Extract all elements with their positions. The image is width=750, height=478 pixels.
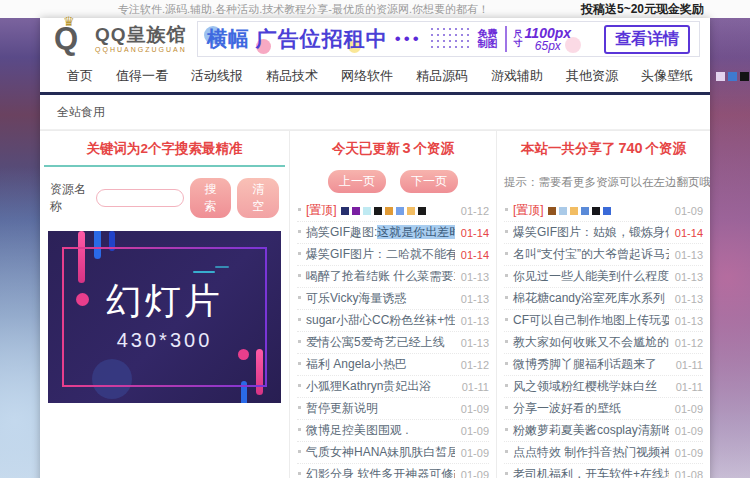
nav-tech[interactable]: 精品技术 <box>266 67 318 85</box>
nav-game-assist[interactable]: 游戏辅助 <box>491 67 543 85</box>
item-title[interactable]: CF可以自己制作地图上传玩耍了 <box>504 312 669 329</box>
selected-text: 这就是你出差时 <box>377 225 455 239</box>
banner-height: 65px <box>525 40 571 52</box>
main-nav: 首页 值得一看 活动线报 精品技术 网络软件 精品源码 游戏辅助 其他资源 头像… <box>40 60 710 95</box>
nav-other-resources[interactable]: 其他资源 <box>566 67 618 85</box>
list-item[interactable]: 爱情公寓5爱奇艺已经上线01-13 <box>297 332 489 354</box>
item-date: 01-12 <box>675 337 703 349</box>
pinned-row[interactable]: [置顶] 01-12 <box>297 200 489 222</box>
list-item[interactable]: sugar小甜心CC粉色丝袜+性感内衣01-13 <box>297 310 489 332</box>
list-item[interactable]: 点点特效 制作抖音热门视频神器01-09 <box>504 442 703 464</box>
list-item[interactable]: 粉嫩萝莉夏美酱cosplay清新唯美户外...01-09 <box>504 420 703 442</box>
list-item[interactable]: 幻影分身 软件多开神器可修改定位01-09 <box>297 464 489 478</box>
item-title[interactable]: 爆笑GIF图片：姑娘，锻炼身体可以，... <box>504 224 669 241</box>
main-container: ♛ Q QQ皇族馆 QQHUANGZUGUAN 横幅 广告位招租中 ••• 免费… <box>40 18 710 478</box>
left-column: 关键词为2个字搜索最精准 资源名称 搜索 清空 幻灯片 <box>40 131 290 478</box>
nav-color-squares <box>716 72 750 81</box>
logo-q-mark: ♛ Q <box>54 22 88 56</box>
list-item[interactable]: 风之领域粉红樱桃学妹白丝01-11 <box>504 376 703 398</box>
list-item[interactable]: CF可以自己制作地图上传玩耍了01-13 <box>504 310 703 332</box>
today-count: 3 <box>402 140 410 156</box>
nav-activities[interactable]: 活动线报 <box>191 67 243 85</box>
item-title[interactable]: 风之领域粉红樱桃学妹白丝 <box>504 378 670 395</box>
item-title[interactable]: 分享一波好看的壁纸 <box>504 400 669 417</box>
banner-title: 广告位招租中 <box>256 25 388 53</box>
list-item[interactable]: 微博足控美图围观 .01-09 <box>297 420 489 442</box>
sitewide-label: 全站食用 <box>40 95 710 130</box>
item-title[interactable]: 名叫“支付宝”的大爷曾起诉马云，现... <box>504 246 669 263</box>
item-title[interactable]: 爆笑GIF图片：二哈就不能有少女心？ <box>297 246 455 263</box>
site-slogan: 专注软件.源码.辅助.各种活动.技术教程分享-最优质的资源网.你想要的都有！ <box>118 2 489 17</box>
site-name-pinyin: QQHUANGZUGUAN <box>95 46 187 53</box>
pinned-tag: [置顶] <box>513 203 544 217</box>
item-date: 01-11 <box>676 359 703 371</box>
free-design-label: 免费 制图 <box>478 29 498 49</box>
item-title[interactable]: 福利 Angela小热巴 <box>297 356 455 373</box>
list-item[interactable]: 微博秀脚丫腿福利话题来了01-11 <box>504 354 703 376</box>
list-item[interactable]: 爆笑GIF图片：姑娘，锻炼身体可以，...01-14 <box>504 222 703 244</box>
item-date: 01-13 <box>461 271 489 283</box>
list-item[interactable]: 搞笑GIF趣图:这就是你出差时，你老婆... 01-14 <box>297 222 489 244</box>
list-item[interactable]: 教大家如何收账又不会尴尬的套路01-12 <box>504 332 703 354</box>
list-item[interactable]: 气质女神HANA妹肌肤白皙居家撩人性...01-09 <box>297 442 489 464</box>
list-item[interactable]: 分享一波好看的壁纸01-09 <box>504 398 703 420</box>
banner-size-spec: 尺寸 1100px 65px <box>514 27 571 52</box>
next-page-button[interactable]: 下一页 <box>400 170 458 193</box>
item-title[interactable]: 小狐狸Kathryn贵妃出浴 <box>297 378 456 395</box>
item-date: 01-13 <box>461 337 489 349</box>
list-item[interactable]: 暂停更新说明01-09 <box>297 398 489 420</box>
banner-ad[interactable]: 横幅 广告位招租中 ••• 免费 制图 尺寸 1100px 65px 查看详情 <box>197 21 700 57</box>
list-item[interactable]: 你见过一些人能美到什么程度？01-13 <box>504 266 703 288</box>
banner-divider <box>505 26 507 52</box>
item-title[interactable]: sugar小甜心CC粉色丝袜+性感内衣 <box>297 312 455 329</box>
item-title[interactable]: 你见过一些人能美到什么程度？ <box>504 268 669 285</box>
site-logo[interactable]: ♛ Q QQ皇族馆 QQHUANGZUGUAN <box>54 22 187 56</box>
list-item[interactable]: 老司机福利，开车软件+在线地址01-08 <box>504 464 703 478</box>
total-shared-title: 本站一共分享了740个资源 <box>504 131 703 165</box>
item-title[interactable]: 微博足控美图围观 . <box>297 422 455 439</box>
list-item[interactable]: 小狐狸Kathryn贵妃出浴01-11 <box>297 376 489 398</box>
site-name: QQ皇族馆 <box>95 25 187 44</box>
list-item[interactable]: 福利 Angela小热巴01-12 <box>297 354 489 376</box>
nav-software[interactable]: 网络软件 <box>341 67 393 85</box>
item-title[interactable]: 暂停更新说明 <box>297 400 455 417</box>
list-item[interactable]: 喝醉了抢着结账 什么菜需要15万01-13 <box>297 266 489 288</box>
item-title[interactable]: 棉花糖candy浴室死库水系列 <box>504 290 669 307</box>
prev-page-button[interactable]: 上一页 <box>328 170 386 193</box>
item-title[interactable]: 微博秀脚丫腿福利话题来了 <box>504 356 670 373</box>
banner-title-accent: 横幅 <box>207 25 249 53</box>
item-title[interactable]: 粉嫩萝莉夏美酱cosplay清新唯美户外... <box>504 422 669 439</box>
search-hint-title: 关键词为2个字搜索最精准 <box>42 131 287 165</box>
total-count: 740 <box>618 140 642 156</box>
pinned-tag: [置顶] <box>306 203 337 217</box>
banner-width: 1100px <box>525 27 571 40</box>
list-item[interactable]: 名叫“支付宝”的大爷曾起诉马云，现...01-13 <box>504 244 703 266</box>
list-item[interactable]: 爆笑GIF图片：二哈就不能有少女心？01-14 <box>297 244 489 266</box>
item-title[interactable]: 老司机福利，开车软件+在线地址 <box>504 466 669 478</box>
item-title[interactable]: 可乐Vicky海量诱惑 <box>297 290 455 307</box>
list-item[interactable]: 可乐Vicky海量诱惑01-13 <box>297 288 489 310</box>
pinned-row[interactable]: [置顶] 01-09 <box>504 200 703 222</box>
item-date: 01-13 <box>675 315 703 327</box>
item-title[interactable]: 气质女神HANA妹肌肤白皙居家撩人性... <box>297 444 455 461</box>
item-title[interactable]: 喝醉了抢着结账 什么菜需要15万 <box>297 268 455 285</box>
view-details-button[interactable]: 查看详情 <box>604 25 690 54</box>
search-button[interactable]: 搜索 <box>190 178 232 218</box>
item-date: 01-08 <box>675 469 703 478</box>
item-title[interactable]: 教大家如何收账又不会尴尬的套路 <box>504 334 669 351</box>
list-item[interactable]: 棉花糖candy浴室死库水系列01-13 <box>504 288 703 310</box>
search-input[interactable] <box>96 189 184 207</box>
item-title[interactable]: 点点特效 制作抖音热门视频神器 <box>504 444 669 461</box>
paging-tip: 提示：需要看更多资源可以在左边翻页哦 <box>504 165 703 200</box>
nav-source-code[interactable]: 精品源码 <box>416 67 468 85</box>
item-title[interactable]: 搞笑GIF趣图:这就是你出差时，你老婆... <box>297 224 455 241</box>
nav-avatars-wallpapers[interactable]: 头像壁纸 <box>641 67 693 85</box>
item-title[interactable]: 爱情公寓5爱奇艺已经上线 <box>297 334 455 351</box>
middle-column: 今天已更新3个资源 上一页 下一页 [置顶] 01-12 搞笑GIF趣图:这就是… <box>290 131 497 478</box>
nav-worth-a-look[interactable]: 值得一看 <box>116 67 168 85</box>
item-title[interactable]: 幻影分身 软件多开神器可修改定位 <box>297 466 455 478</box>
slideshow-placeholder[interactable]: 幻灯片 430*300 <box>48 231 281 403</box>
clear-button[interactable]: 清空 <box>237 178 279 218</box>
site-header: ♛ Q QQ皇族馆 QQHUANGZUGUAN 横幅 广告位招租中 ••• 免费… <box>40 18 710 60</box>
nav-home[interactable]: 首页 <box>67 67 93 85</box>
